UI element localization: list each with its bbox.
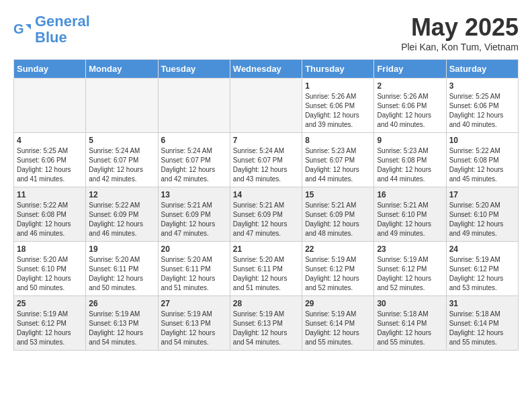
calendar-cell (86, 79, 158, 133)
day-number: 28 (233, 299, 299, 308)
calendar-cell: 27Sunrise: 5:19 AMSunset: 6:13 PMDayligh… (158, 296, 230, 351)
day-number: 24 (449, 244, 515, 254)
calendar-cell: 28Sunrise: 5:19 AMSunset: 6:13 PMDayligh… (230, 296, 302, 351)
calendar-cell: 5Sunrise: 5:24 AMSunset: 6:07 PMDaylight… (86, 133, 158, 187)
day-info: Sunrise: 5:25 AMSunset: 6:06 PMDaylight:… (17, 146, 83, 184)
day-number: 25 (17, 299, 83, 308)
svg-text:G: G (13, 21, 24, 36)
day-info: Sunrise: 5:22 AMSunset: 6:08 PMDaylight:… (17, 201, 83, 238)
day-number: 14 (233, 190, 299, 199)
calendar-cell: 10Sunrise: 5:22 AMSunset: 6:08 PMDayligh… (446, 133, 518, 187)
logo-text: General Blue (35, 13, 90, 46)
day-info: Sunrise: 5:20 AMSunset: 6:10 PMDaylight:… (17, 255, 83, 293)
day-number: 21 (233, 244, 299, 254)
calendar-cell: 11Sunrise: 5:22 AMSunset: 6:08 PMDayligh… (14, 187, 86, 242)
week-row-2: 4Sunrise: 5:25 AMSunset: 6:06 PMDaylight… (14, 133, 519, 187)
week-row-1: 1Sunrise: 5:26 AMSunset: 6:06 PMDaylight… (14, 79, 519, 133)
day-number: 3 (449, 81, 515, 91)
logo: G General Blue (13, 13, 90, 46)
day-number: 31 (449, 299, 515, 308)
day-info: Sunrise: 5:21 AMSunset: 6:09 PMDaylight:… (161, 201, 227, 238)
day-header-wednesday: Wednesday (230, 60, 302, 79)
logo-line2: Blue (35, 29, 67, 46)
day-number: 6 (161, 136, 227, 145)
logo-icon: G (13, 20, 32, 39)
calendar-cell: 23Sunrise: 5:19 AMSunset: 6:12 PMDayligh… (374, 242, 446, 296)
day-info: Sunrise: 5:23 AMSunset: 6:07 PMDaylight:… (305, 146, 371, 184)
day-number: 18 (17, 244, 83, 254)
day-number: 10 (449, 136, 515, 145)
calendar-cell: 4Sunrise: 5:25 AMSunset: 6:06 PMDaylight… (14, 133, 86, 187)
day-info: Sunrise: 5:23 AMSunset: 6:08 PMDaylight:… (377, 146, 443, 184)
day-info: Sunrise: 5:25 AMSunset: 6:06 PMDaylight:… (449, 92, 515, 130)
logo-line1: General (35, 13, 90, 30)
day-number: 13 (161, 190, 227, 199)
day-header-monday: Monday (86, 60, 158, 79)
calendar-cell: 13Sunrise: 5:21 AMSunset: 6:09 PMDayligh… (158, 187, 230, 242)
day-header-saturday: Saturday (446, 60, 518, 79)
day-number: 26 (89, 299, 154, 308)
day-info: Sunrise: 5:21 AMSunset: 6:09 PMDaylight:… (305, 201, 371, 238)
day-info: Sunrise: 5:19 AMSunset: 6:12 PMDaylight:… (17, 310, 83, 347)
calendar-cell (158, 79, 230, 133)
day-info: Sunrise: 5:20 AMSunset: 6:11 PMDaylight:… (161, 255, 227, 293)
calendar-cell (14, 79, 86, 133)
calendar-cell: 15Sunrise: 5:21 AMSunset: 6:09 PMDayligh… (302, 187, 374, 242)
day-info: Sunrise: 5:26 AMSunset: 6:06 PMDaylight:… (305, 92, 371, 130)
day-number: 27 (161, 299, 227, 308)
calendar-cell: 31Sunrise: 5:18 AMSunset: 6:14 PMDayligh… (446, 296, 518, 351)
calendar-cell: 7Sunrise: 5:24 AMSunset: 6:07 PMDaylight… (230, 133, 302, 187)
day-number: 15 (305, 190, 371, 199)
day-number: 2 (377, 81, 443, 91)
day-info: Sunrise: 5:24 AMSunset: 6:07 PMDaylight:… (89, 146, 154, 184)
day-info: Sunrise: 5:19 AMSunset: 6:12 PMDaylight:… (305, 255, 371, 293)
day-number: 20 (161, 244, 227, 254)
day-info: Sunrise: 5:20 AMSunset: 6:10 PMDaylight:… (449, 201, 515, 238)
day-info: Sunrise: 5:19 AMSunset: 6:12 PMDaylight:… (449, 255, 515, 293)
day-header-friday: Friday (374, 60, 446, 79)
calendar-cell: 12Sunrise: 5:22 AMSunset: 6:09 PMDayligh… (86, 187, 158, 242)
calendar-cell: 9Sunrise: 5:23 AMSunset: 6:08 PMDaylight… (374, 133, 446, 187)
calendar-cell: 21Sunrise: 5:20 AMSunset: 6:11 PMDayligh… (230, 242, 302, 296)
calendar-cell: 2Sunrise: 5:26 AMSunset: 6:06 PMDaylight… (374, 79, 446, 133)
day-number: 29 (305, 299, 371, 308)
calendar-cell: 22Sunrise: 5:19 AMSunset: 6:12 PMDayligh… (302, 242, 374, 296)
day-info: Sunrise: 5:19 AMSunset: 6:12 PMDaylight:… (377, 255, 443, 293)
day-number: 19 (89, 244, 154, 254)
day-info: Sunrise: 5:18 AMSunset: 6:14 PMDaylight:… (377, 310, 443, 347)
day-number: 11 (17, 190, 83, 199)
calendar-cell: 17Sunrise: 5:20 AMSunset: 6:10 PMDayligh… (446, 187, 518, 242)
day-info: Sunrise: 5:20 AMSunset: 6:11 PMDaylight:… (233, 255, 299, 293)
calendar-cell: 1Sunrise: 5:26 AMSunset: 6:06 PMDaylight… (302, 79, 374, 133)
day-number: 12 (89, 190, 154, 199)
day-info: Sunrise: 5:21 AMSunset: 6:10 PMDaylight:… (377, 201, 443, 238)
day-number: 8 (305, 136, 371, 145)
day-number: 17 (449, 190, 515, 199)
page-header: G General Blue May 2025 Plei Kan, Kon Tu… (13, 13, 519, 52)
calendar-cell: 3Sunrise: 5:25 AMSunset: 6:06 PMDaylight… (446, 79, 518, 133)
month-title: May 2025 (401, 13, 519, 42)
day-header-thursday: Thursday (302, 60, 374, 79)
day-number: 5 (89, 136, 154, 145)
day-number: 7 (233, 136, 299, 145)
calendar-cell: 14Sunrise: 5:21 AMSunset: 6:09 PMDayligh… (230, 187, 302, 242)
calendar-cell: 8Sunrise: 5:23 AMSunset: 6:07 PMDaylight… (302, 133, 374, 187)
day-info: Sunrise: 5:19 AMSunset: 6:13 PMDaylight:… (161, 310, 227, 347)
calendar-cell: 20Sunrise: 5:20 AMSunset: 6:11 PMDayligh… (158, 242, 230, 296)
day-info: Sunrise: 5:24 AMSunset: 6:07 PMDaylight:… (233, 146, 299, 184)
calendar-table: SundayMondayTuesdayWednesdayThursdayFrid… (13, 59, 519, 351)
week-row-5: 25Sunrise: 5:19 AMSunset: 6:12 PMDayligh… (14, 296, 519, 351)
calendar-cell: 25Sunrise: 5:19 AMSunset: 6:12 PMDayligh… (14, 296, 86, 351)
location: Plei Kan, Kon Tum, Vietnam (401, 42, 519, 52)
calendar-cell: 16Sunrise: 5:21 AMSunset: 6:10 PMDayligh… (374, 187, 446, 242)
week-row-4: 18Sunrise: 5:20 AMSunset: 6:10 PMDayligh… (14, 242, 519, 296)
header-row: SundayMondayTuesdayWednesdayThursdayFrid… (14, 60, 519, 79)
title-block: May 2025 Plei Kan, Kon Tum, Vietnam (401, 13, 519, 52)
day-info: Sunrise: 5:22 AMSunset: 6:08 PMDaylight:… (449, 146, 515, 184)
day-number: 23 (377, 244, 443, 254)
day-info: Sunrise: 5:20 AMSunset: 6:11 PMDaylight:… (89, 255, 154, 293)
calendar-cell: 18Sunrise: 5:20 AMSunset: 6:10 PMDayligh… (14, 242, 86, 296)
calendar-cell: 29Sunrise: 5:19 AMSunset: 6:14 PMDayligh… (302, 296, 374, 351)
day-info: Sunrise: 5:19 AMSunset: 6:13 PMDaylight:… (233, 310, 299, 347)
day-number: 4 (17, 136, 83, 145)
